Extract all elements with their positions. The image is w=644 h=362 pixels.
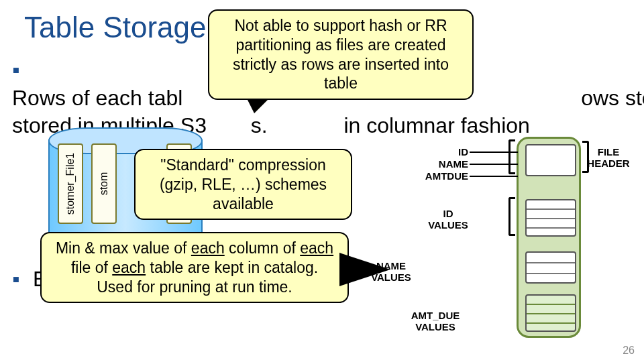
pointer-line xyxy=(470,164,518,165)
callout-compression: "Standard" compression (gzip, RLE, …) sc… xyxy=(134,149,352,220)
amtdue-values-segment xyxy=(525,294,576,332)
label-file-header: FILE HEADER xyxy=(585,146,632,170)
slide-title: Table Storage xyxy=(24,11,207,44)
callout-c-line1: Min & max value of each column of each xyxy=(56,239,333,257)
file-block-1: stomer_File1 xyxy=(58,143,83,224)
bullet-marker-icon: ▪ xyxy=(12,56,27,84)
pointer-line xyxy=(470,176,518,177)
callout-c-tail-icon xyxy=(342,255,389,284)
bullet-marker-icon: ▪ xyxy=(12,265,27,294)
callout-c-line3: Used for pruning at run time. xyxy=(97,278,292,296)
bullet-1-frag-d: s. xyxy=(251,113,268,137)
label-id-values: ID VALUES xyxy=(428,208,468,231)
bracket-id xyxy=(508,197,515,236)
file-label-1: stomer_File1 xyxy=(64,153,76,215)
callout-minmax: Min & max value of each column of each f… xyxy=(40,232,349,303)
column-file-diagram xyxy=(517,137,581,338)
callout-partitioning: Not able to support hash or RR partition… xyxy=(208,9,474,100)
bullet-1-frag-a: Rows of each tabl xyxy=(12,86,182,110)
label-id: ID xyxy=(415,146,468,158)
bullet-1-frag-b: ows stored xyxy=(581,86,644,110)
label-amtdue: AMTDUE xyxy=(415,170,468,182)
label-amtdue-values: AMT_DUE VALUES xyxy=(405,310,466,333)
bullet-1-frag-e: in columnar fashion xyxy=(343,113,529,137)
callout-c-line2: file of each table are kept in catalog. xyxy=(71,259,318,276)
id-values-segment xyxy=(525,199,576,237)
label-name: NAME xyxy=(415,158,468,170)
file-block-2: stom xyxy=(91,143,117,224)
page-number: 26 xyxy=(623,345,635,357)
file-label-2: stom xyxy=(98,172,110,196)
pointer-line xyxy=(470,152,518,153)
name-values-segment xyxy=(525,251,576,284)
bracket-header-left xyxy=(508,139,515,174)
file-header-segment xyxy=(525,144,576,176)
